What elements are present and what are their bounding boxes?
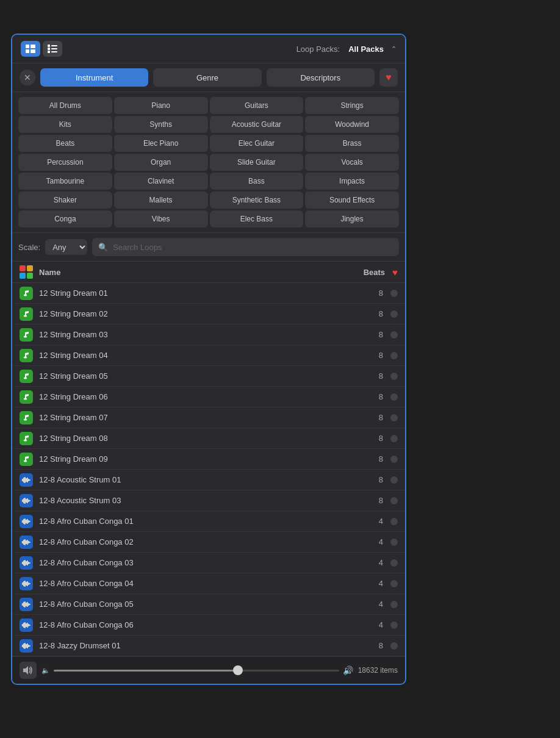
- tab-genre[interactable]: Genre: [153, 68, 261, 87]
- instrument-btn[interactable]: Brass: [305, 135, 399, 152]
- svg-rect-68: [23, 581, 24, 586]
- instrument-btn[interactable]: Percussion: [18, 154, 112, 171]
- list-view-button[interactable]: [43, 41, 62, 57]
- svg-rect-60: [22, 562, 23, 564]
- svg-rect-50: [27, 519, 28, 524]
- loop-beats: 4: [346, 558, 383, 567]
- instrument-btn[interactable]: All Drums: [18, 97, 112, 114]
- svg-rect-47: [23, 519, 24, 524]
- loop-name: 12-8 Afro Cuban Conga 04: [39, 579, 346, 588]
- instrument-btn[interactable]: Vibes: [114, 210, 208, 227]
- loop-row[interactable]: 12-8 Afro Cuban Conga 024: [12, 532, 405, 553]
- instrument-btn[interactable]: Jingles: [305, 210, 399, 227]
- instrument-btn[interactable]: Elec Bass: [210, 210, 304, 227]
- loop-fav-indicator: [390, 622, 398, 629]
- clear-filter-button[interactable]: ✕: [20, 70, 35, 85]
- loop-row[interactable]: 12-8 Acoustic Strum 038: [12, 490, 405, 511]
- svg-point-29: [25, 440, 27, 442]
- grid-view-button[interactable]: [21, 41, 40, 57]
- svg-rect-53: [22, 541, 23, 543]
- loop-fav-indicator: [390, 393, 398, 401]
- loop-fav-indicator: [390, 290, 398, 297]
- loop-row[interactable]: 12-8 Afro Cuban Conga 014: [12, 511, 405, 532]
- loop-name: 12-8 Afro Cuban Conga 03: [39, 558, 346, 567]
- loop-row[interactable]: 12 String Dream 038: [12, 324, 405, 345]
- svg-rect-10: [20, 265, 26, 271]
- loop-row[interactable]: 12 String Dream 058: [12, 366, 405, 387]
- loop-list: 12 String Dream 018 12 String Dream 028 …: [12, 283, 405, 656]
- loop-row[interactable]: 12 String Dream 068: [12, 387, 405, 407]
- loop-name: 12-8 Afro Cuban Conga 02: [39, 537, 346, 546]
- loop-row[interactable]: 12-8 Jazzy Drumset 018: [12, 636, 405, 656]
- instrument-btn[interactable]: Woodwind: [305, 116, 399, 133]
- svg-rect-32: [22, 479, 23, 481]
- instrument-btn[interactable]: Conga: [18, 210, 112, 227]
- volume-slider[interactable]: [54, 670, 339, 672]
- svg-rect-61: [23, 561, 24, 565]
- loop-name: 12-8 Afro Cuban Conga 01: [39, 517, 346, 526]
- loop-row[interactable]: 12 String Dream 078: [12, 407, 405, 428]
- svg-rect-13: [27, 273, 33, 279]
- instrument-btn[interactable]: Tambourine: [18, 173, 112, 190]
- instrument-btn[interactable]: Impacts: [305, 173, 399, 190]
- instrument-btn[interactable]: Synthetic Bass: [210, 192, 304, 209]
- loop-packs-label: Loop Packs:: [296, 45, 340, 54]
- svg-rect-65: [28, 562, 29, 564]
- loop-row[interactable]: 12 String Dream 088: [12, 428, 405, 449]
- loop-row[interactable]: 12-8 Afro Cuban Conga 034: [12, 553, 405, 573]
- loop-row[interactable]: 12 String Dream 098: [12, 449, 405, 470]
- loop-packs-value[interactable]: All Packs: [348, 45, 384, 54]
- instrument-btn[interactable]: Elec Guitar: [210, 135, 304, 152]
- svg-rect-94: [29, 645, 31, 647]
- instrument-btn[interactable]: Shaker: [18, 192, 112, 209]
- loop-row[interactable]: 12-8 Afro Cuban Conga 064: [12, 615, 405, 636]
- instrument-btn[interactable]: Clavinet: [114, 173, 208, 190]
- favorites-button[interactable]: ♥: [379, 68, 398, 87]
- svg-rect-8: [51, 48, 57, 49]
- svg-rect-0: [26, 45, 29, 48]
- loop-row[interactable]: 12 String Dream 048: [12, 345, 405, 366]
- svg-rect-43: [27, 498, 28, 503]
- loop-fav-indicator: [390, 310, 398, 318]
- instrument-btn[interactable]: Beats: [18, 135, 112, 152]
- filter-tabs: ✕ Instrument Genre Descriptors ♥: [12, 63, 405, 92]
- loop-beats: 8: [346, 288, 383, 298]
- svg-rect-48: [24, 518, 26, 525]
- search-input[interactable]: [92, 238, 399, 256]
- scale-select[interactable]: Any Major Minor: [45, 239, 87, 255]
- instrument-btn[interactable]: Kits: [18, 116, 112, 133]
- chevron-icon: ⌃: [391, 45, 397, 53]
- speaker-button[interactable]: [20, 662, 37, 679]
- loop-name: 12-8 Afro Cuban Conga 06: [39, 620, 346, 629]
- svg-rect-64: [27, 561, 28, 565]
- loop-fav-indicator: [390, 435, 398, 442]
- loop-beats: 8: [346, 475, 383, 484]
- instrument-btn[interactable]: Bass: [210, 173, 304, 190]
- instrument-btn[interactable]: Acoustic Guitar: [210, 116, 304, 133]
- svg-rect-56: [26, 540, 27, 544]
- instrument-btn[interactable]: Strings: [305, 97, 399, 114]
- instrument-btn[interactable]: Mallets: [114, 192, 208, 209]
- instrument-btn[interactable]: Piano: [114, 97, 208, 114]
- instrument-btn[interactable]: Guitars: [210, 97, 304, 114]
- loop-row[interactable]: 12 String Dream 018: [12, 283, 405, 304]
- instrument-btn[interactable]: Sound Effects: [305, 192, 399, 209]
- loop-type-icon: [20, 307, 33, 321]
- loop-row[interactable]: 12-8 Acoustic Strum 018: [12, 470, 405, 490]
- loop-row[interactable]: 12 String Dream 028: [12, 304, 405, 324]
- tab-instrument[interactable]: Instrument: [40, 68, 148, 87]
- loop-fav-indicator: [390, 414, 398, 421]
- tab-descriptors[interactable]: Descriptors: [267, 68, 375, 87]
- loop-name: 12 String Dream 03: [39, 330, 346, 339]
- scale-label: Scale:: [18, 243, 40, 252]
- instrument-btn[interactable]: Organ: [114, 154, 208, 171]
- loop-type-icon: [20, 411, 33, 425]
- loop-type-icon: [20, 639, 33, 653]
- loop-row[interactable]: 12-8 Afro Cuban Conga 054: [12, 594, 405, 615]
- instrument-btn[interactable]: Vocals: [305, 154, 399, 171]
- panel-header: Loop Packs: All Packs ⌃: [12, 35, 405, 63]
- instrument-btn[interactable]: Synths: [114, 116, 208, 133]
- instrument-btn[interactable]: Slide Guitar: [210, 154, 304, 171]
- instrument-btn[interactable]: Elec Piano: [114, 135, 208, 152]
- loop-row[interactable]: 12-8 Afro Cuban Conga 044: [12, 573, 405, 594]
